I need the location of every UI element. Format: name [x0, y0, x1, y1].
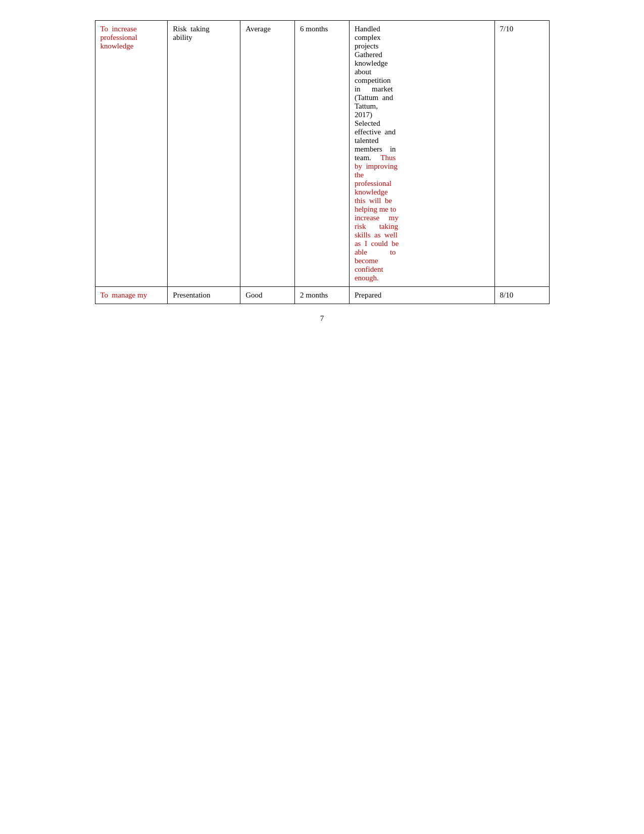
evidence-line-22: helping me to: [355, 205, 397, 213]
evidence-line-27: able to: [355, 248, 396, 256]
evidence-line-2: complex: [355, 33, 381, 41]
action-cell: Risk taking ability: [168, 21, 240, 287]
page: To increase professional knowledge Risk …: [95, 20, 550, 323]
time-value: 6 months: [300, 25, 328, 33]
evidence-line-5: knowledge: [355, 59, 388, 67]
action-line-1: Risk taking: [173, 25, 210, 33]
evidence-line-11: 2017): [355, 111, 372, 119]
page-number: 7: [95, 314, 550, 323]
rating-value: Average: [245, 25, 271, 33]
evidence-line-20: knowledge: [355, 188, 388, 196]
score-value: 7/10: [500, 25, 514, 33]
page-number-text: 7: [320, 314, 324, 322]
evidence-line-8: in market: [355, 85, 393, 93]
table-row: To increase professional knowledge Risk …: [95, 21, 549, 287]
time2-value: 2 months: [300, 291, 328, 299]
evidence-cell: Handled complex projects Gathered knowle…: [349, 21, 494, 287]
action-cell-2: Presentation: [168, 287, 240, 304]
evidence-line-13: effective and: [355, 128, 395, 136]
evidence-line-26: as I could be: [355, 239, 399, 248]
evidence-line-25: skills as well: [355, 231, 398, 239]
evidence-line-15: members in: [355, 145, 396, 153]
action2-line-1: Presentation: [173, 291, 210, 299]
evidence-line-24: risk taking: [355, 222, 398, 230]
evidence-line-19: professional: [355, 179, 391, 187]
evidence-line-9: (Tattum and: [355, 93, 393, 102]
score-cell: 7/10: [494, 21, 549, 287]
evidence-line-23: increase my: [355, 214, 399, 222]
goal-cell-2: To manage my: [95, 287, 168, 304]
rating-cell: Average: [240, 21, 295, 287]
evidence-line-4: Gathered: [355, 51, 382, 59]
rating2-value: Good: [245, 291, 262, 299]
evidence-line-10: Tattum,: [355, 102, 378, 110]
evidence-cell-2: Prepared: [349, 287, 494, 304]
goal2-line-1: To manage my: [101, 291, 147, 299]
evidence-line-7: competition: [355, 76, 391, 84]
time-cell: 6 months: [295, 21, 350, 287]
evidence-line-30: enough.: [355, 274, 379, 282]
evidence-line-29: confident: [355, 265, 383, 273]
goal-line-3: knowledge: [101, 42, 134, 50]
evidence-line-14: talented: [355, 136, 378, 144]
evidence-line-17: by improving: [355, 162, 398, 170]
evidence2-line-1: Prepared: [355, 291, 381, 299]
score-cell-2: 8/10: [494, 287, 549, 304]
evidence-line-6: about: [355, 68, 371, 76]
goal-cell: To increase professional knowledge: [95, 21, 168, 287]
evidence-line-12: Selected: [355, 119, 380, 127]
time-cell-2: 2 months: [295, 287, 350, 304]
evidence-line-1: Handled: [355, 25, 380, 33]
evidence-line-16: team. Thus: [355, 154, 395, 162]
table-row: To manage my Presentation Good 2 months …: [95, 287, 549, 304]
score2-value: 8/10: [500, 291, 514, 299]
goal-line-1: To increase: [101, 25, 137, 33]
evidence-line-3: projects: [355, 42, 378, 50]
evidence-line-18: the: [355, 171, 364, 179]
main-table: To increase professional knowledge Risk …: [95, 20, 550, 304]
rating-cell-2: Good: [240, 287, 295, 304]
evidence-line-28: become: [355, 257, 378, 265]
evidence-line-21: this will be: [355, 197, 392, 205]
action-line-2: ability: [173, 33, 192, 41]
goal-line-2: professional: [101, 33, 137, 41]
